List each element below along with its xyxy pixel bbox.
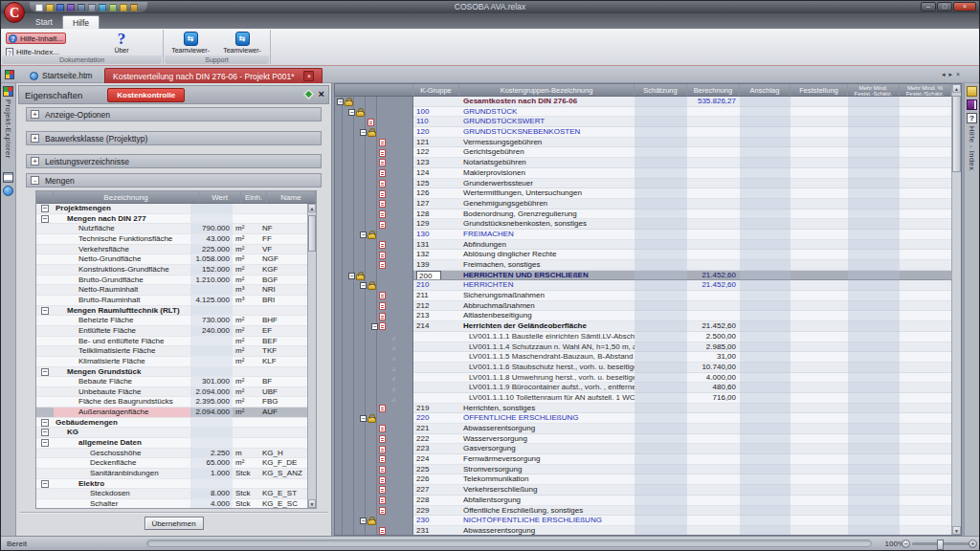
kostengruppe-label[interactable]: Wasserversorgung: [459, 434, 635, 445]
col-einh[interactable]: Einh.: [241, 191, 267, 203]
col-name[interactable]: Name: [267, 191, 316, 203]
mengen-row[interactable]: − Unbebaute Fläche 2.094.000 m² UBF: [36, 387, 307, 398]
cost-table-row[interactable]: − 126 Wertermittlungen, Untersuchungen: [335, 188, 951, 199]
berechnung-cell[interactable]: [687, 230, 740, 240]
cost-table-row[interactable]: − 123 Notariatsgebühren: [335, 158, 951, 168]
mengen-row[interactable]: − Gebäudemengen: [36, 418, 307, 429]
cost-table-row[interactable]: − 128 Bodenordnung, Grenzregulierung: [335, 209, 951, 220]
tab-startseite[interactable]: Startseite.htm: [22, 68, 100, 83]
mehr-mind-cell[interactable]: [848, 342, 900, 353]
mehr-mind-cell[interactable]: [848, 404, 900, 414]
nav-next-icon[interactable]: ▸: [948, 71, 952, 78]
schaetzung-cell[interactable]: [635, 352, 687, 363]
kostengruppe-label[interactable]: Ablösung dinglicher Rechte: [459, 250, 635, 260]
mehr-mind-cell[interactable]: [848, 363, 900, 373]
schaetzung-cell[interactable]: [635, 363, 687, 373]
scroll-down-icon[interactable]: ▼: [952, 526, 961, 535]
cost-table-row[interactable]: − 230 NICHTÖFFENTLICHE ERSCHLIEßUNG: [335, 516, 951, 526]
anschlag-cell[interactable]: [740, 424, 791, 434]
anschlag-cell[interactable]: [740, 188, 791, 199]
berechnung-cell[interactable]: [687, 404, 740, 414]
col-feststellung[interactable]: Feststellung: [791, 84, 848, 96]
berechnung-cell[interactable]: [687, 179, 740, 189]
kostengruppe-label[interactable]: Sicherungsmaßnahmen: [459, 291, 635, 301]
schaetzung-cell[interactable]: [635, 117, 687, 127]
mengen-row[interactable]: − Deckenfläche 65.000 m² KG_F_DE: [36, 458, 307, 469]
cost-table-row[interactable]: − 110 GRUNDSTÜCKSWERT: [335, 117, 951, 127]
auto-hide-pin-icon[interactable]: [967, 86, 977, 97]
schaetzung-cell[interactable]: [635, 199, 687, 209]
schaetzung-cell[interactable]: [635, 516, 687, 526]
anschlag-cell[interactable]: [740, 291, 791, 301]
mengen-row[interactable]: − Netto-Rauminhalt m³ NRI: [36, 285, 307, 296]
feststellung-cell[interactable]: [791, 127, 848, 138]
anschlag-cell[interactable]: [740, 526, 791, 535]
mehr-mind-cell[interactable]: [848, 260, 900, 271]
expander-icon[interactable]: −: [360, 282, 367, 289]
schaetzung-cell[interactable]: [635, 271, 687, 281]
berechnung-cell[interactable]: [687, 240, 740, 251]
mehr-mind-cell[interactable]: [848, 332, 900, 342]
ribbon-tab-start[interactable]: Start: [26, 15, 62, 29]
expander-icon[interactable]: −: [348, 109, 355, 116]
anschlag-cell[interactable]: [740, 465, 791, 475]
mehr-mind-prozent-cell[interactable]: [900, 393, 951, 404]
schaetzung-cell[interactable]: [635, 179, 687, 189]
panel-close-icon[interactable]: ×: [319, 89, 324, 99]
feststellung-cell[interactable]: [791, 179, 848, 189]
kostengruppe-label[interactable]: LV001.1.1.10 Toilettenraum für AN aufste…: [459, 393, 635, 404]
schaetzung-cell[interactable]: [635, 311, 687, 321]
schaetzung-cell[interactable]: [635, 260, 687, 271]
berechnung-cell[interactable]: 2.985,00: [687, 342, 740, 353]
mengen-row[interactable]: − Mengen Grundstück: [36, 367, 307, 378]
cost-table-scrollbar[interactable]: ▲ ▼: [951, 84, 961, 535]
schaetzung-cell[interactable]: [635, 404, 687, 414]
kostengruppe-label[interactable]: HERRICHTEN UND ERSCHLIEßEN: [459, 271, 635, 281]
col-bezeichnung[interactable]: Kostengruppen-Bezeichnung: [459, 84, 635, 96]
tab-close-icon[interactable]: ×: [303, 71, 314, 81]
anschlag-cell[interactable]: [740, 311, 791, 321]
kostengruppe-label[interactable]: Gesamtkosten nach DIN 276-06: [459, 97, 635, 107]
kostengruppe-label[interactable]: Grundstücksnebenkosten, sonstiges: [459, 219, 635, 230]
berechnung-cell[interactable]: [687, 301, 740, 312]
cost-table-row[interactable]: − 139 Freimachen, sonstiges: [335, 260, 951, 271]
mengen-row[interactable]: − Außenanlagenfläche 2.094.000 m² AUF: [36, 408, 307, 418]
expander-icon[interactable]: −: [41, 368, 49, 376]
schaetzung-cell[interactable]: [635, 434, 687, 445]
feststellung-cell[interactable]: [791, 97, 848, 107]
schaetzung-cell[interactable]: [635, 373, 687, 384]
kostengruppe-label[interactable]: LV001.1.1.8 Umwehrung herst., vorh. u. b…: [459, 373, 635, 384]
cost-table-row[interactable]: − 132 Ablösung dinglicher Rechte: [335, 250, 951, 260]
mengen-row[interactable]: − KG: [36, 428, 307, 438]
feststellung-cell[interactable]: [791, 363, 848, 373]
kostengruppe-label[interactable]: Abwasserentsorgung: [459, 424, 635, 434]
anschlag-cell[interactable]: [740, 209, 791, 220]
schaetzung-cell[interactable]: [635, 301, 687, 312]
anschlag-cell[interactable]: [740, 168, 791, 179]
cost-table-row[interactable]: − 225 Stromversorgung: [335, 465, 951, 475]
kostengruppe-label[interactable]: Gasversorgung: [459, 444, 635, 454]
cost-table-row[interactable]: − 231 Abwasserentsorgung: [335, 526, 951, 535]
cost-table-row[interactable]: − 210 HERRICHTEN 21.452,60: [335, 280, 951, 291]
mengen-row[interactable]: − Schalter 4.000 Stck KG_E_SC: [36, 499, 307, 508]
mehr-mind-prozent-cell[interactable]: [900, 485, 951, 496]
kostengruppe-label[interactable]: ÖFFENTLICHE ERSCHLIEßUNG: [459, 413, 635, 424]
mehr-mind-prozent-cell[interactable]: [900, 465, 951, 475]
cost-table-row[interactable]: − LV001.1.1.5 Maschendraht-Bauzaun, B-Ab…: [335, 352, 951, 363]
anschlag-cell[interactable]: [740, 474, 791, 485]
mehr-mind-cell[interactable]: [848, 454, 900, 465]
cost-table-row[interactable]: − 200 HERRICHTEN UND ERSCHLIEßEN 21.452,…: [335, 271, 951, 281]
mehr-mind-cell[interactable]: [848, 352, 900, 363]
feststellung-cell[interactable]: [791, 485, 848, 496]
feststellung-cell[interactable]: [791, 230, 848, 240]
berechnung-cell[interactable]: [687, 168, 740, 179]
mehr-mind-prozent-cell[interactable]: [900, 138, 951, 148]
mehr-mind-prozent-cell[interactable]: [900, 260, 951, 271]
kostengruppe-label[interactable]: LV001.1.1.9 Bürocontainer aufst., vorh. …: [459, 383, 635, 393]
kostengruppe-label[interactable]: GRUNDSTÜCK: [459, 107, 635, 118]
feststellung-cell[interactable]: [791, 506, 848, 517]
app-logo[interactable]: C: [4, 2, 25, 23]
feststellung-cell[interactable]: [791, 393, 848, 404]
kostengruppe-label[interactable]: Herrichten der Geländeoberfläche: [459, 321, 635, 332]
berechnung-cell[interactable]: [687, 413, 740, 424]
